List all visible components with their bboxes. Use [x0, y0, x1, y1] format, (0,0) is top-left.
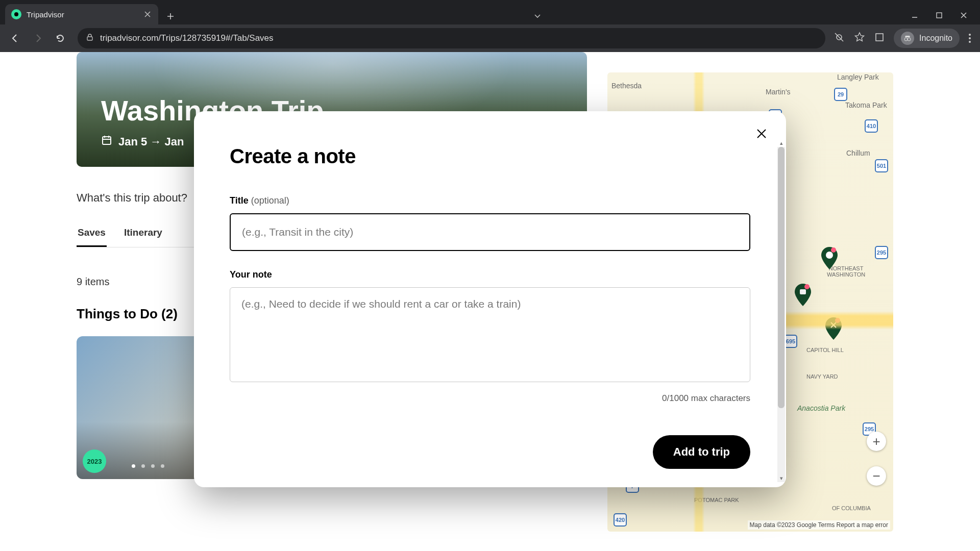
title-field-label: Title (optional): [230, 195, 750, 206]
map-label: Martin's: [766, 88, 791, 96]
tab-saves[interactable]: Saves: [77, 220, 107, 247]
map-pin-icon[interactable]: [825, 317, 842, 340]
back-button[interactable]: [6, 29, 24, 47]
route-shield: 295: [875, 246, 888, 259]
svg-rect-6: [103, 137, 111, 144]
note-body-input[interactable]: [230, 287, 750, 382]
map-label: Langley Park: [837, 73, 879, 81]
tripadvisor-favicon-icon: [11, 9, 21, 19]
route-shield: 420: [614, 513, 627, 527]
address-bar: tripadvisor.com/Trips/128735919#/Tab/Sav…: [0, 24, 980, 52]
svg-point-10: [804, 284, 810, 289]
route-shield: 410: [865, 119, 878, 133]
map-label: NAVY YARD: [806, 373, 838, 380]
reload-button[interactable]: [51, 29, 69, 47]
incognito-label: Incognito: [919, 34, 952, 43]
scroll-up-icon[interactable]: ▴: [777, 139, 785, 147]
carousel-dots[interactable]: [132, 464, 164, 468]
url-field[interactable]: tripadvisor.com/Trips/128735919#/Tab/Sav…: [78, 28, 825, 48]
trip-dates-text: Jan 5 → Jan: [118, 135, 184, 148]
maximize-icon[interactable]: [934, 10, 944, 20]
calendar-icon: [101, 135, 112, 149]
route-shield: 295: [863, 422, 876, 436]
note-field-label: Your note: [230, 269, 750, 280]
svg-point-7: [826, 252, 833, 259]
svg-rect-0: [937, 13, 942, 18]
map-label: CAPITOL HILL: [806, 347, 844, 353]
tab-itinerary[interactable]: Itinerary: [123, 220, 163, 247]
character-counter: 0/1000 max characters: [230, 393, 750, 404]
map-label: OF COLUMBIA: [832, 505, 871, 511]
svg-rect-1: [87, 37, 92, 40]
incognito-icon: [901, 32, 914, 45]
tab-title: Tripadvisor: [27, 10, 138, 19]
svg-point-4: [904, 38, 908, 41]
close-tab-icon[interactable]: [143, 10, 152, 19]
bookmark-star-icon[interactable]: [854, 32, 865, 45]
map-label: Chillum: [846, 149, 870, 157]
window-controls: [910, 10, 975, 24]
modal-title: Create a note: [230, 145, 750, 168]
route-shield: 501: [875, 159, 888, 172]
zoom-out-button[interactable]: −: [867, 466, 886, 486]
extensions-icon[interactable]: [874, 32, 885, 44]
lock-icon: [86, 33, 94, 43]
browser-menu-icon[interactable]: [969, 34, 971, 43]
map-label: NORTHEAST WASHINGTON: [827, 265, 865, 278]
map-zoom-controls: + −: [867, 432, 886, 486]
new-tab-button[interactable]: [162, 8, 179, 24]
tabs-overflow-icon[interactable]: [533, 11, 542, 20]
map-label: Anacostia Park: [797, 404, 845, 412]
forward-button[interactable]: [29, 29, 47, 47]
svg-point-8: [831, 247, 836, 253]
travelers-choice-badge: 2023: [83, 449, 106, 473]
close-modal-button[interactable]: [752, 124, 771, 143]
minimize-icon[interactable]: [910, 10, 920, 20]
scrollbar-thumb[interactable]: [778, 147, 785, 408]
map-pin-icon[interactable]: [794, 284, 812, 306]
create-note-modal: Create a note Title (optional) Your note…: [194, 111, 786, 487]
note-title-input[interactable]: [230, 213, 750, 251]
url-text: tripadvisor.com/Trips/128735919#/Tab/Sav…: [100, 33, 274, 43]
svg-rect-9: [800, 289, 806, 294]
trip-dates[interactable]: Jan 5 → Jan: [101, 135, 184, 149]
browser-titlebar: Tripadvisor: [0, 0, 980, 24]
map-pin-icon[interactable]: [821, 247, 838, 269]
svg-point-5: [908, 38, 911, 41]
window-close-icon[interactable]: [959, 10, 969, 20]
browser-tab[interactable]: Tripadvisor: [5, 4, 158, 24]
tracking-off-icon[interactable]: [834, 32, 845, 45]
svg-point-11: [835, 318, 840, 323]
svg-rect-3: [876, 34, 883, 41]
map-label: POTOMAC PARK: [694, 497, 739, 503]
zoom-in-button[interactable]: +: [867, 432, 886, 451]
scroll-down-icon[interactable]: ▾: [777, 474, 785, 482]
add-to-trip-button[interactable]: Add to trip: [653, 435, 750, 469]
incognito-indicator[interactable]: Incognito: [894, 29, 960, 48]
route-shield: 29: [834, 88, 847, 101]
map-label: Bethesda: [611, 82, 642, 90]
map-attribution: Map data ©2023 Google Terms Report a map…: [748, 520, 890, 530]
map-label: Takoma Park: [845, 101, 887, 109]
modal-scrollbar[interactable]: ▴ ▾: [777, 147, 785, 482]
